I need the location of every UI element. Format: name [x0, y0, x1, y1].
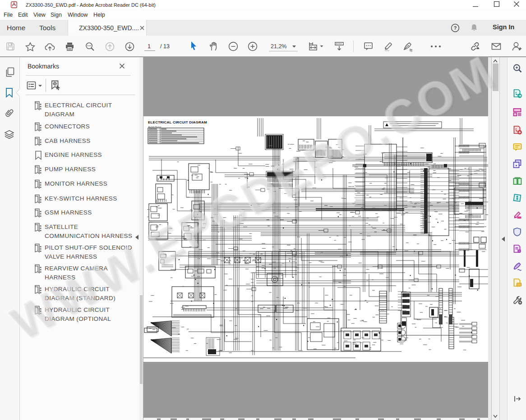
svg-text:?: ?	[454, 25, 457, 31]
